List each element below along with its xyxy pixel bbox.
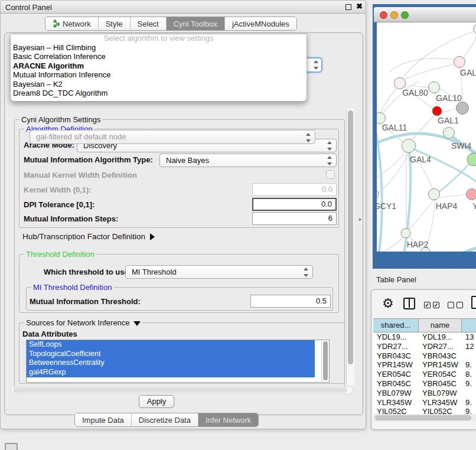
close-icon[interactable]: ✖ bbox=[356, 2, 363, 11]
screen: Control Panel ✖ NetworkStyleSelectCyni T… bbox=[0, 0, 476, 450]
control-panel-titlebar: Control Panel ✖ bbox=[1, 1, 366, 14]
table-cell: YDR27... bbox=[373, 342, 419, 351]
network-node-swi4[interactable] bbox=[444, 128, 455, 139]
network-node-gal[interactable] bbox=[454, 57, 465, 68]
network-node-gal1[interactable] bbox=[432, 106, 442, 116]
table-horizontal-thumb[interactable] bbox=[375, 415, 471, 420]
unchecked-checkbox-icon[interactable] bbox=[457, 302, 463, 308]
mi-type-combo[interactable]: Naive Bayes bbox=[159, 154, 337, 167]
table-cell: 9. bbox=[462, 398, 476, 407]
checked-checkbox-icon[interactable]: ✓ bbox=[433, 302, 439, 308]
node-table[interactable]: shared...name YDL19...YDL19...13YDR27...… bbox=[373, 318, 476, 421]
tab-style[interactable]: Style bbox=[99, 17, 131, 30]
network-node-hap4[interactable] bbox=[429, 189, 440, 200]
bottom-tab-discretize-data[interactable]: Discretize Data bbox=[132, 413, 198, 426]
algorithm-option[interactable]: Bayesian – Hill Climbing bbox=[11, 43, 307, 52]
column-header[interactable] bbox=[462, 319, 476, 332]
table-cell: 9. bbox=[462, 360, 476, 370]
bottom-tabbar: Impute DataDiscretize DataInfer Network bbox=[74, 413, 259, 427]
gear-icon[interactable]: ⚙ bbox=[382, 296, 394, 311]
network-node-gal4[interactable] bbox=[402, 139, 416, 153]
table-row[interactable]: YBR043CYBR043C bbox=[373, 351, 476, 361]
table-row[interactable]: YLR345WYLR345W9. bbox=[373, 398, 476, 407]
network-node-label: GCY1 bbox=[377, 201, 396, 211]
column-header[interactable]: shared... bbox=[373, 319, 419, 332]
settings-horizontal-thumb[interactable] bbox=[13, 387, 347, 393]
which-threshold-combo[interactable]: MI Threshold bbox=[125, 265, 313, 279]
document-icon[interactable] bbox=[471, 296, 476, 309]
collapse-down-icon bbox=[133, 321, 141, 326]
settings-vertical-thumb[interactable] bbox=[348, 110, 353, 364]
table-row[interactable]: YER054CYER054C8. bbox=[373, 370, 476, 379]
table-row[interactable]: YBL079WYBL079W bbox=[373, 389, 476, 398]
table-horizontal-scrollbar[interactable] bbox=[373, 414, 476, 421]
algorithm-option[interactable]: Mutual Information Inference bbox=[11, 70, 307, 79]
network-edge bbox=[441, 109, 457, 112]
mi-type-label: Mutual Information Algorithm Type: bbox=[24, 155, 153, 164]
table-row[interactable]: YBR045CYBR045C9. bbox=[373, 379, 476, 389]
dock-panel-icon[interactable] bbox=[5, 443, 18, 450]
attribute-list-item[interactable]: gal4RGexp bbox=[27, 368, 315, 377]
network-node-gcy1[interactable] bbox=[377, 189, 379, 200]
network-combo[interactable]: gal-filtered sif default node bbox=[30, 130, 315, 144]
table-row[interactable]: YDL19...YDL19...13 bbox=[373, 332, 476, 342]
tab-label: jActiveMNodules bbox=[232, 19, 289, 28]
algorithm-dropdown-placeholder: Select algorithm to view settings bbox=[11, 34, 307, 43]
tab-cyni-toolbox[interactable]: Cyni Toolbox bbox=[167, 17, 225, 30]
network-canvas[interactable]: GALGAL80GAL10GAL1GAL11SWI4GAL4GCY1HAP4YH… bbox=[377, 22, 476, 252]
sources-legend[interactable]: Sources for Network Inference bbox=[24, 318, 142, 327]
tab-jactivemnodules[interactable]: jActiveMNodules bbox=[225, 17, 296, 30]
settings-horizontal-scrollbar[interactable] bbox=[11, 386, 353, 394]
checked-checkbox-icon[interactable]: ✓ bbox=[424, 302, 431, 308]
mi-threshold-field[interactable]: 0.5 bbox=[250, 295, 331, 308]
table-row[interactable]: YDR27...YDR27...12 bbox=[373, 342, 476, 351]
algorithm-option[interactable]: Bayesian – K2 bbox=[11, 80, 307, 89]
float-window-icon[interactable] bbox=[345, 4, 351, 10]
network-node-gal11[interactable] bbox=[377, 113, 386, 124]
kernel-width-field[interactable]: 0.0 bbox=[252, 183, 337, 196]
network-node-gal10[interactable] bbox=[429, 82, 440, 93]
tab-select[interactable]: Select bbox=[131, 17, 167, 30]
tab-network[interactable]: Network bbox=[45, 17, 99, 30]
network-node[interactable] bbox=[474, 23, 476, 35]
table-cell: YPR145W bbox=[419, 360, 462, 370]
list-scrollbar-thumb[interactable] bbox=[323, 341, 328, 380]
network-node-y[interactable] bbox=[467, 189, 476, 200]
attribute-list-item[interactable]: BetweennessCentrality bbox=[27, 358, 315, 368]
network-titlebar bbox=[374, 7, 476, 22]
network-node[interactable] bbox=[457, 102, 469, 115]
table-row[interactable]: YPR145WYPR145W9. bbox=[373, 360, 476, 370]
hub-definition-toggle[interactable]: Hub/Transcription Factor Definition bbox=[22, 232, 155, 241]
list-scrollbar[interactable] bbox=[321, 340, 329, 382]
network-node-hap2[interactable] bbox=[401, 229, 410, 238]
attribute-list-item[interactable]: SelfLoops bbox=[27, 340, 315, 350]
mi-steps-label: Mutual Information Steps: bbox=[24, 214, 118, 223]
network-edge bbox=[401, 63, 459, 81]
minimize-traffic-light-icon[interactable] bbox=[390, 11, 398, 19]
algorithm-option[interactable]: Basic Correlation Inference bbox=[11, 52, 307, 61]
algorithm-option[interactable]: ARACNE Algorithm bbox=[11, 61, 307, 70]
bottom-tab-infer-network[interactable]: Infer Network bbox=[198, 413, 258, 426]
manual-kernel-checkbox[interactable] bbox=[326, 170, 335, 179]
close-traffic-light-icon[interactable] bbox=[380, 11, 387, 19]
unchecked-checkbox-icon[interactable] bbox=[448, 302, 454, 308]
split-columns-icon[interactable] bbox=[403, 298, 415, 309]
network-node-label: GAL80 bbox=[402, 88, 428, 97]
mi-steps-field[interactable]: 6 bbox=[252, 212, 337, 225]
column-header[interactable]: name bbox=[419, 319, 462, 332]
threshold-definition-legend: Threshold Definition bbox=[24, 250, 96, 259]
table-cell: 13 bbox=[462, 332, 476, 342]
zoom-traffic-light-icon[interactable] bbox=[401, 11, 409, 19]
panel-collapse-arrow[interactable]: ▸ bbox=[359, 216, 362, 222]
algorithm-option[interactable]: Dream8 DC_TDC Algorithm bbox=[11, 89, 307, 97]
dpi-tolerance-field[interactable]: 0.0 bbox=[252, 198, 337, 211]
apply-button[interactable]: Apply bbox=[139, 395, 174, 408]
bottom-tab-impute-data[interactable]: Impute Data bbox=[75, 413, 132, 426]
mi-threshold-label: Mutual Information Threshold: bbox=[30, 297, 141, 306]
network-node-gal80[interactable] bbox=[395, 78, 406, 89]
network-edge bbox=[409, 200, 434, 230]
data-attributes-list[interactable]: SelfLoopsTopologicalCoefficientBetweenne… bbox=[26, 340, 330, 383]
attribute-list-item[interactable]: TopologicalCoefficient bbox=[27, 350, 315, 359]
settings-vertical-scrollbar[interactable] bbox=[346, 109, 354, 385]
network-node-label: GAL bbox=[460, 68, 476, 77]
